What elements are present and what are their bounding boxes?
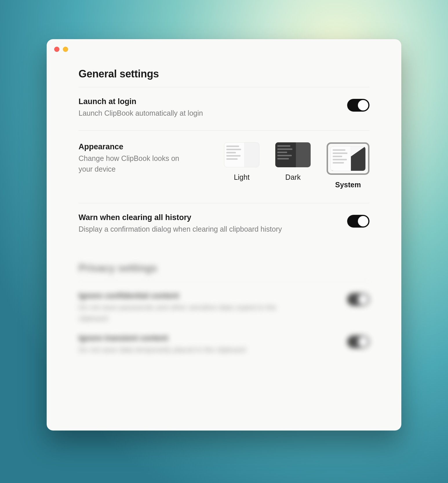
appearance-row: Appearance Change how ClipBook looks on … <box>79 142 369 189</box>
theme-light-label: Light <box>234 173 250 181</box>
theme-system-label: System <box>335 181 361 189</box>
ignore-transient-toggle <box>347 335 369 348</box>
theme-system-icon <box>330 146 366 171</box>
privacy-section-blurred: Privacy settings Ignore confidential con… <box>79 262 369 355</box>
ignore-confidential-text: Ignore confidential content Do not save … <box>79 291 278 324</box>
toggle-knob-icon <box>358 294 368 305</box>
ignore-confidential-toggle <box>347 293 369 306</box>
divider <box>79 203 369 203</box>
ignore-transient-desc: Do not save data temporarily placed in t… <box>79 344 246 355</box>
divider <box>79 281 369 282</box>
theme-option-light[interactable]: Light <box>224 142 259 181</box>
warn-clear-desc: Display a confirmation dialog when clear… <box>79 224 282 235</box>
appearance-text: Appearance Change how ClipBook looks on … <box>79 142 194 175</box>
toggle-knob-icon <box>358 216 368 226</box>
warn-clear-row: Warn when clearing all history Display a… <box>79 213 369 235</box>
launch-at-login-row: Launch at login Launch ClipBook automati… <box>79 97 369 119</box>
launch-at-login-desc: Launch ClipBook automatically at login <box>79 108 203 119</box>
close-icon[interactable] <box>54 47 59 52</box>
window-controls <box>47 39 401 52</box>
warn-clear-text: Warn when clearing all history Display a… <box>79 213 282 235</box>
theme-light-icon <box>224 142 259 167</box>
warn-clear-toggle[interactable] <box>347 215 369 228</box>
general-settings-title: General settings <box>79 68 369 80</box>
ignore-confidential-desc: Do not save passwords and other sensitiv… <box>79 302 278 324</box>
launch-at-login-toggle[interactable] <box>347 99 369 112</box>
theme-option-dark[interactable]: Dark <box>275 142 311 181</box>
warn-clear-title: Warn when clearing all history <box>79 213 282 222</box>
ignore-transient-text: Ignore transient content Do not save dat… <box>79 334 246 355</box>
ignore-transient-row: Ignore transient content Do not save dat… <box>79 334 369 355</box>
ignore-transient-title: Ignore transient content <box>79 334 246 343</box>
appearance-title: Appearance <box>79 142 194 151</box>
theme-option-system[interactable]: System <box>327 142 369 189</box>
toggle-knob-icon <box>358 337 368 347</box>
settings-content: General settings Launch at login Launch … <box>47 52 401 355</box>
toggle-knob-icon <box>358 100 368 110</box>
launch-at-login-text: Launch at login Launch ClipBook automati… <box>79 97 203 119</box>
theme-system-selected-frame <box>327 142 369 175</box>
minimize-icon[interactable] <box>63 47 68 52</box>
appearance-desc: Change how ClipBook looks on your device <box>79 153 194 175</box>
theme-dark-icon <box>275 142 311 167</box>
theme-dark-label: Dark <box>285 173 301 181</box>
privacy-settings-title: Privacy settings <box>79 262 369 274</box>
launch-at-login-title: Launch at login <box>79 97 203 106</box>
settings-window: General settings Launch at login Launch … <box>47 39 401 431</box>
divider <box>79 87 369 87</box>
divider <box>79 130 369 131</box>
ignore-confidential-title: Ignore confidential content <box>79 291 278 300</box>
theme-options: Light Dark Syste <box>224 142 369 189</box>
ignore-confidential-row: Ignore confidential content Do not save … <box>79 291 369 324</box>
